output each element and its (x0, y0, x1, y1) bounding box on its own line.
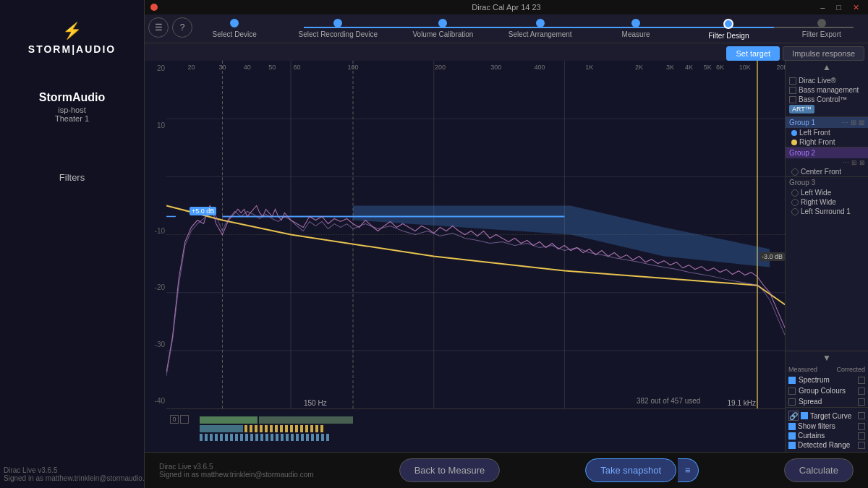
scroll-up-button[interactable]: ▲ (786, 61, 868, 74)
sidebar-nav: Filters (0, 166, 144, 189)
y-axis: 20 10 -10 -20 -30 -40 (145, 61, 166, 408)
legend-bar-dots2 (200, 434, 330, 441)
link-icon[interactable]: 🔗 (788, 411, 799, 421)
center-front-channel[interactable]: Center Front (786, 167, 868, 176)
db-badge-left: +5.0 dB (190, 207, 216, 215)
right-front-channel[interactable]: Right Front (786, 137, 868, 147)
y-label-neg40: -40 (146, 397, 165, 405)
left-surround-label: Left Surround 1 (801, 207, 851, 215)
group3-label: Group 3 (789, 179, 815, 187)
bottom-checkbox-section: 🔗 Target Curve Show filters Curtains (786, 407, 868, 452)
step-label-arrangement: Select Arrangement (509, 30, 572, 38)
step-volume-calibration[interactable]: Volume Calibration (412, 19, 473, 38)
scroll-down-button[interactable]: ▼ (786, 351, 868, 364)
detected-range-checkbox[interactable] (788, 442, 796, 449)
curtains-checkbox[interactable] (788, 432, 796, 440)
close-button[interactable]: ✕ (850, 3, 862, 12)
chart-svg-container[interactable]: +5.0 dB -3.0 dB (166, 61, 788, 408)
detected-range-row: Detected Range (788, 440, 865, 450)
show-filters-label: Show filters (798, 422, 835, 430)
step-measure[interactable]: Measure (607, 19, 665, 38)
group2-icon1[interactable]: ⋯ (843, 159, 849, 166)
group2-header: Group 2 (786, 147, 868, 158)
bass-mgmt-checkbox[interactable] (789, 87, 796, 94)
step-filter-export[interactable]: Filter Export (793, 19, 851, 38)
take-snapshot-button[interactable]: Take snapshot (585, 458, 676, 482)
group2-icon2[interactable]: ⊞ (851, 159, 857, 166)
dirac-live-checkbox[interactable] (789, 77, 796, 85)
close-dot[interactable] (150, 4, 158, 11)
right-wide-channel[interactable]: Right Wide (786, 197, 868, 207)
step-label-select-device: Select Device (213, 30, 257, 38)
maximize-button[interactable]: □ (833, 3, 844, 12)
spread-measured-checkbox[interactable] (788, 398, 796, 406)
group1-icon1[interactable]: ⋯ (841, 119, 848, 127)
step-recording-device[interactable]: Select Recording Device (299, 19, 378, 38)
right-front-label: Right Front (799, 138, 835, 146)
step-select-arrangement[interactable]: Select Arrangement (509, 19, 572, 38)
bottom-info: Dirac Live v3.6.5 Signed in as matthew.t… (159, 463, 314, 479)
group-colours-measured-checkbox[interactable] (788, 388, 796, 395)
tab-impulse-response[interactable]: Impulse response (783, 46, 864, 61)
db-badge-right: -3.0 dB (760, 252, 785, 261)
app-name: StormAudio (39, 91, 106, 104)
step-label-filter-export: Filter Export (802, 30, 841, 38)
group-colours-corrected-checkbox[interactable] (858, 388, 865, 395)
right-wide-radio[interactable] (791, 199, 799, 206)
bass-mgmt-label: Bass management (799, 86, 859, 94)
detected-range-right-checkbox[interactable] (858, 442, 865, 449)
art-badge: ART™ (789, 105, 814, 114)
target-curve-checkbox[interactable] (801, 412, 808, 419)
tab-set-target[interactable]: Set target (726, 46, 780, 61)
group2-label: Group 2 (789, 149, 815, 157)
spectrum-corrected-checkbox[interactable] (858, 377, 865, 384)
bass-ctrl-label: Bass Control™ (799, 95, 847, 103)
back-to-measure-button[interactable]: Back to Measure (399, 458, 501, 482)
spread-corrected-checkbox[interactable] (858, 398, 865, 406)
calculate-button[interactable]: Calculate (784, 458, 854, 482)
filter-options-section: Dirac Live® Bass management Bass Control… (786, 74, 868, 117)
logo-area: ⚡ STORM|AUDIO (28, 22, 116, 55)
left-wide-channel[interactable]: Left Wide (786, 188, 868, 197)
group1-icon2[interactable]: ⊞ (851, 119, 856, 127)
detected-range-label: Detected Range (798, 441, 850, 449)
dirac-live-option[interactable]: Dirac Live® (789, 76, 864, 85)
center-front-radio[interactable] (791, 168, 799, 176)
help-button[interactable]: ? (172, 17, 192, 38)
app-theater: Theater 1 (55, 114, 89, 123)
bass-control-option[interactable]: Bass Control™ (789, 95, 864, 104)
group2-icon3[interactable]: ⊠ (859, 159, 865, 166)
curtains-right-checkbox[interactable] (858, 432, 865, 440)
left-front-channel[interactable]: Left Front (786, 128, 868, 137)
art-option[interactable]: ART™ (789, 104, 864, 114)
bottom-actions: Back to Measure (399, 458, 501, 482)
group1-icon3[interactable]: ⊠ (859, 119, 864, 127)
step-filter-design[interactable]: Filter Design (699, 19, 757, 40)
used-label: 382 out of 457 used (637, 397, 785, 405)
left-wide-radio[interactable] (791, 189, 799, 197)
target-curve-right-checkbox[interactable] (858, 412, 865, 419)
bass-ctrl-checkbox[interactable] (789, 96, 796, 103)
group2-icons: ⋯ ⊞ ⊠ (786, 158, 868, 167)
sidebar-item-filters[interactable]: Filters (0, 166, 144, 189)
left-surround-channel[interactable]: Left Surround 1 (786, 207, 868, 216)
spectrum-measured-checkbox[interactable] (788, 377, 796, 384)
step-label-recording-device: Select Recording Device (299, 30, 378, 38)
minimize-button[interactable]: – (817, 3, 827, 12)
show-filters-right-checkbox[interactable] (858, 423, 865, 430)
show-filters-row: Show filters (788, 421, 865, 431)
group1-icons: ⋯ ⊞ ⊠ (841, 119, 864, 127)
spread-row: Spread (786, 396, 868, 407)
group1-label: Group 1 (789, 119, 815, 127)
left-surround-radio[interactable] (791, 208, 799, 215)
snapshot-icon-button[interactable]: ≡ (678, 458, 699, 482)
bottom-bar: Dirac Live v3.6.5 Signed in as matthew.t… (145, 452, 868, 488)
window-controls: – □ ✕ (817, 3, 862, 12)
bass-management-option[interactable]: Bass management (789, 85, 864, 95)
menu-button[interactable]: ☰ (148, 17, 169, 38)
step-select-device[interactable]: Select Device (205, 19, 263, 38)
macos-window-controls (150, 4, 158, 11)
window-title: Dirac Cal Apr 14 23 (472, 3, 540, 12)
right-front-color-dot (791, 140, 797, 145)
show-filters-checkbox[interactable] (788, 423, 796, 430)
